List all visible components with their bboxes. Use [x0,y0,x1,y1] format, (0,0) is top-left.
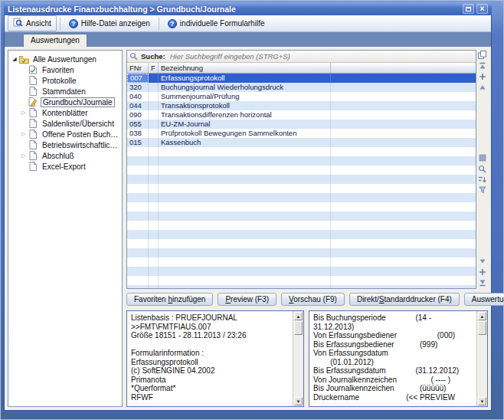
expand-icon[interactable]: ▷ [20,150,28,161]
expand-icon[interactable]: ▷ [20,129,28,139]
scroll-up-icon[interactable]: ▲ [478,312,486,320]
column-header-rest[interactable] [331,63,476,73]
search-label: Suche: [141,52,165,61]
insert-icon[interactable] [478,72,487,80]
cell-rest [331,175,476,184]
cell-rest [331,221,476,230]
sort-icon[interactable] [478,176,487,184]
column-header-Bezeichnung[interactable]: Bezeichnung [159,63,331,73]
cell-bezeichnung [159,221,331,230]
table-row-empty[interactable] [127,239,476,248]
column-header-FNr[interactable]: FNr [127,63,149,73]
scroll-down-icon[interactable]: ▼ [478,397,486,405]
cell-favorite [149,193,159,202]
table-row-empty[interactable] [127,202,476,212]
table-row-007[interactable]: 007Erfassungsprotokoll [127,74,476,83]
table-row-055[interactable]: 055EU-ZM-Journal [127,120,476,129]
table-row-empty[interactable] [127,212,476,221]
ansicht-button[interactable]: Ansicht [8,15,57,31]
vorschau-button[interactable]: Vorschau (F9) [281,293,345,306]
cell-favorite [149,83,159,92]
table-row-empty[interactable] [127,267,476,276]
table-header[interactable]: FNrFBezeichnung [127,63,476,74]
tree-item-abschluss[interactable]: ▷Abschluß [9,150,121,161]
parameters-scrollbar[interactable]: ▲ ▼ [476,311,487,406]
cell-fnr [127,239,149,248]
cell-favorite [149,230,159,239]
copy-icon[interactable] [478,51,487,59]
table-row-090[interactable]: 090Transaktionsdifferenzen horizontal [127,110,476,120]
individual-form-help-button[interactable]: ? individuelle Formularhilfe [162,17,270,31]
add-favorites-button[interactable]: Favoriten hinzufügen [126,293,213,306]
table-row-empty[interactable] [127,258,476,267]
close-window-button[interactable]: × [476,4,488,14]
cell-fnr [127,276,149,285]
table-row-040[interactable]: 040Summenjournal/Prüfung [127,92,476,101]
column-chooser-icon[interactable] [478,154,487,162]
cell-favorite [149,285,159,288]
expand-icon[interactable]: ▷ [20,107,28,118]
cell-bezeichnung: Prüfprotokoll Bewegungen Sammelkonten [159,129,331,138]
tree-item-kontenblaetter[interactable]: ▷Kontenblätter [9,107,121,118]
table-row-empty[interactable] [127,221,476,230]
help-file-button[interactable]: ? Hilfe-Datei anzeigen [64,17,155,31]
tree-item-favoriten[interactable]: Favoriten [9,64,121,75]
table-row-empty[interactable] [127,248,476,258]
content-area: ◢Alle AuswertungenFavoritenProtokolleSta… [5,47,491,410]
table-row-038[interactable]: 038Prüfprotokoll Bewegungen Sammelkonten [127,129,476,138]
info-line: Von Journalkennzeichen ( ---- ) [313,376,475,385]
first-record-icon[interactable] [478,61,487,70]
cell-bezeichnung [159,147,331,156]
table-row-empty[interactable] [127,147,476,156]
scrollbar-thumb[interactable] [478,321,486,335]
tree-item-excel-export[interactable]: Excel-Export [9,161,121,172]
tree-item-betriebswirtschaftliche-auswertungen[interactable]: Betriebswirtschaftliche Auswertungen [9,139,121,150]
tab-auswertungen[interactable]: Auswertungen [23,34,87,47]
tree-item-grundbuch-journale[interactable]: Grundbuch/Journale [9,97,121,107]
preview-button[interactable]: Preview (F3) [218,293,277,306]
column-header-F[interactable]: F [149,63,159,73]
cell-favorite [149,184,159,193]
list-info-scrollbar[interactable]: ▲ ▼ [293,311,303,406]
print-report-button[interactable]: Auswertung drucken [464,293,504,306]
filter-icon[interactable] [478,186,487,195]
cell-rest [331,230,476,239]
collapse-icon[interactable]: ◢ [11,54,18,64]
table-row-320[interactable]: 320Buchungsjournal Wiederholungsdruck [127,83,476,92]
table-row-044[interactable]: 044Transaktionsprotokoll [127,101,476,110]
table-row-empty[interactable] [127,193,476,202]
last-record-icon[interactable] [478,278,487,287]
tree-item-offene-posten-buchhaltung[interactable]: ▷Offene Posten Buchhaltung [9,129,121,139]
scroll-up-icon[interactable]: ▲ [294,312,303,320]
table-row-empty[interactable] [127,230,476,239]
scrollbar-track[interactable] [478,321,486,396]
info-line: Bis Buchungsperiode (14 - [313,313,475,323]
next-record-icon[interactable] [478,257,487,265]
folder-reports-icon [18,54,29,64]
table-row-empty[interactable] [127,276,476,285]
table-row-empty[interactable] [127,175,476,184]
search-input[interactable] [169,51,473,61]
scrollbar-thumb[interactable] [294,321,303,335]
scroll-down-icon[interactable]: ▼ [294,397,303,405]
append-icon[interactable] [478,267,487,276]
cell-favorite [149,276,159,285]
table-row-empty[interactable] [127,166,476,175]
direct-standard-printer-button[interactable]: Direkt/Standarddrucker (F4) [349,293,460,306]
table-row-015[interactable]: 015Kassenbuch [127,138,476,147]
table-row-empty[interactable] [127,156,476,166]
table-row-empty[interactable] [127,285,476,288]
tree-item-alle-auswertungen[interactable]: ◢Alle Auswertungen [9,54,121,64]
previous-record-icon[interactable] [478,83,487,91]
restore-window-button[interactable] [463,4,474,14]
tree-item-protokolle[interactable]: Protokolle [9,75,121,86]
page-icon [28,162,38,171]
cell-fnr [127,230,149,239]
cell-bezeichnung [159,156,331,166]
help-icon: ? [69,19,78,28]
tree-item-stammdaten[interactable]: Stammdaten [9,86,121,97]
tree-item-saldenliste-uebersicht[interactable]: Saldenliste/Übersicht [9,118,121,129]
scrollbar-track[interactable] [294,321,303,396]
table-row-empty[interactable] [127,184,476,193]
search-records-icon[interactable] [478,165,487,173]
